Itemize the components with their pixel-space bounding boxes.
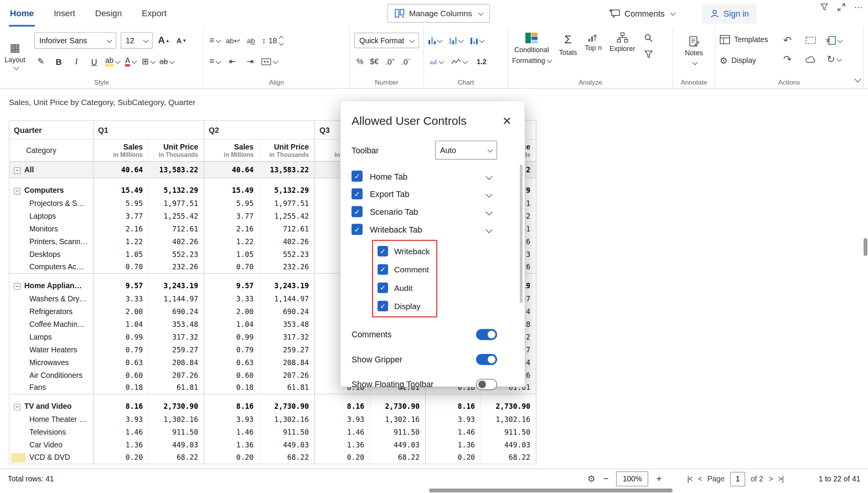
- cell-unit-price[interactable]: 5,132.29: [259, 178, 315, 197]
- cell-sales[interactable]: 1.46: [315, 426, 370, 439]
- toggle-switch-off[interactable]: [476, 379, 497, 390]
- cell-unit-price[interactable]: 353.48: [149, 318, 204, 330]
- templates-button[interactable]: Templates: [715, 31, 772, 48]
- cell-sales[interactable]: 1.22: [204, 235, 259, 248]
- cell-unit-price[interactable]: 208.84: [149, 356, 204, 369]
- cell-unit-price[interactable]: 2,730.90: [259, 394, 315, 413]
- cell-unit-price[interactable]: 911.50: [370, 426, 425, 439]
- totals-button[interactable]: Σ Totals: [555, 31, 581, 59]
- format-painter-icon[interactable]: ✎: [34, 54, 47, 69]
- cell-unit-price[interactable]: 259.27: [149, 343, 204, 356]
- cell-unit-price[interactable]: 61.81: [149, 381, 204, 394]
- cell-unit-price[interactable]: 911.50: [149, 426, 204, 439]
- cell-sales[interactable]: 3.93: [426, 413, 481, 426]
- cell-sales[interactable]: 0.20: [204, 451, 259, 464]
- bar-chart-icon[interactable]: [429, 33, 442, 48]
- cell-sales[interactable]: 0.18: [93, 381, 149, 394]
- chevron-down-icon[interactable]: [486, 173, 493, 180]
- cell-unit-price[interactable]: 3,243.19: [149, 274, 204, 292]
- cell-unit-price[interactable]: 1,302.16: [259, 413, 315, 426]
- cell-unit-price[interactable]: 68.22: [259, 451, 315, 464]
- more-options-icon[interactable]: ⋯: [853, 1, 865, 14]
- cell-unit-price[interactable]: 207.26: [259, 369, 315, 381]
- page-number-input[interactable]: [730, 472, 745, 486]
- cell-sales[interactable]: 0.60: [93, 369, 149, 381]
- chevron-down-icon[interactable]: [486, 226, 493, 233]
- cell-sales[interactable]: 0.63: [93, 356, 149, 369]
- redo-icon[interactable]: ↷: [783, 53, 792, 66]
- cell-unit-price[interactable]: 690.24: [259, 305, 315, 318]
- cell-sales[interactable]: 1.36: [204, 439, 259, 451]
- cell-unit-price[interactable]: 353.48: [259, 318, 315, 330]
- row-label-cell[interactable]: Washers & Dry…: [9, 292, 93, 305]
- row-label-cell[interactable]: Printers, Scann…: [9, 235, 93, 248]
- currency-icon[interactable]: $€: [370, 57, 378, 66]
- checkbox-checked[interactable]: ✓: [378, 264, 388, 275]
- row-label-cell[interactable]: Projectors & S…: [9, 197, 93, 210]
- increase-indent-icon[interactable]: ⇥: [244, 54, 257, 69]
- row-height-value[interactable]: 18: [268, 36, 277, 45]
- cell-unit-price[interactable]: 317.32: [149, 330, 204, 343]
- cell-sales[interactable]: 3.77: [204, 210, 259, 223]
- cell-unit-price[interactable]: 1,255.42: [259, 210, 315, 223]
- cell-unit-price[interactable]: 13,583.22: [149, 162, 204, 178]
- cell-sales[interactable]: 1.05: [93, 248, 149, 261]
- row-label-cell[interactable]: Fans: [9, 381, 93, 394]
- cell-unit-price[interactable]: 68.22: [149, 451, 204, 464]
- cell-unit-price[interactable]: 317.32: [259, 330, 315, 343]
- settings-gear-icon[interactable]: ⚙: [587, 474, 595, 484]
- decimal-format-icon[interactable]: 1.2: [475, 54, 488, 69]
- expand-icon[interactable]: [835, 1, 848, 14]
- cell-unit-price[interactable]: 1,977.51: [259, 197, 315, 210]
- first-page-icon[interactable]: |<: [687, 475, 692, 483]
- quarter-header-q2[interactable]: Q2: [204, 121, 315, 139]
- decrease-decimal-icon[interactable]: .0−: [401, 57, 410, 66]
- measure-frame-icon[interactable]: [805, 37, 816, 44]
- search-icon[interactable]: [644, 33, 653, 42]
- row-label-cell[interactable]: VCD & DVD: [9, 451, 93, 464]
- cell-unit-price[interactable]: 232.26: [149, 261, 204, 274]
- horizontal-scrollbar[interactable]: [429, 488, 673, 492]
- cell-sales[interactable]: 1.22: [93, 235, 149, 248]
- strikethrough-icon[interactable]: ab: [159, 54, 174, 69]
- row-label-cell[interactable]: Monitors: [9, 223, 93, 235]
- cell-unit-price[interactable]: 402.26: [149, 235, 204, 248]
- table-row[interactable]: Televisions1.46911.501.46911.501.46911.5…: [9, 426, 536, 439]
- cell-unit-price[interactable]: 1,302.16: [149, 413, 204, 426]
- row-label-cell[interactable]: Televisions: [9, 426, 93, 439]
- quarter-corner-header[interactable]: Quarter: [9, 121, 93, 139]
- cell-sales[interactable]: 1.04: [204, 318, 259, 330]
- cell-unit-price[interactable]: 2,730.90: [149, 394, 204, 413]
- row-label-cell[interactable]: Computers Ac…: [9, 261, 93, 274]
- cell-unit-price[interactable]: 712.61: [149, 223, 204, 235]
- cell-sales[interactable]: 0.60: [204, 369, 259, 381]
- cell-sales[interactable]: 1.05: [204, 248, 259, 261]
- manage-columns-button[interactable]: Manage Columns: [388, 4, 490, 23]
- checkbox-checked[interactable]: ✓: [378, 301, 388, 311]
- cell-unit-price[interactable]: 690.24: [149, 305, 204, 318]
- cell-sales[interactable]: 0.99: [93, 330, 149, 343]
- cell-sales[interactable]: 0.20: [426, 451, 481, 464]
- cell-unit-price[interactable]: 2,730.90: [370, 394, 425, 413]
- row-label-cell[interactable]: Refrigerators: [9, 305, 93, 318]
- cell-sales[interactable]: 0.63: [204, 356, 259, 369]
- menu-tab-insert[interactable]: Insert: [54, 0, 75, 27]
- zoom-in-icon[interactable]: +: [656, 473, 661, 484]
- cell-sales[interactable]: 9.57: [93, 274, 149, 292]
- font-color-icon[interactable]: A: [125, 56, 130, 66]
- decrease-font-size-icon[interactable]: A▼: [175, 33, 188, 48]
- cell-sales[interactable]: 1.46: [204, 426, 259, 439]
- cell-unit-price[interactable]: 552.23: [259, 248, 315, 261]
- cell-sales[interactable]: 1.46: [426, 426, 481, 439]
- cell-unit-price[interactable]: 552.23: [149, 248, 204, 261]
- cell-sales[interactable]: 8.16: [426, 394, 481, 413]
- explorer-button[interactable]: Explorer: [605, 31, 639, 54]
- conditional-formatting-button[interactable]: Conditional Formatting: [508, 31, 555, 66]
- cell-sales[interactable]: 40.64: [204, 162, 259, 178]
- cell-sales[interactable]: 0.79: [204, 343, 259, 356]
- cell-unit-price[interactable]: 68.22: [370, 451, 425, 464]
- cloud-upload-icon[interactable]: [805, 55, 816, 63]
- cell-sales[interactable]: 0.20: [315, 451, 370, 464]
- cell-unit-price[interactable]: 1,144.97: [149, 292, 204, 305]
- checkbox-checked[interactable]: ✓: [351, 224, 363, 235]
